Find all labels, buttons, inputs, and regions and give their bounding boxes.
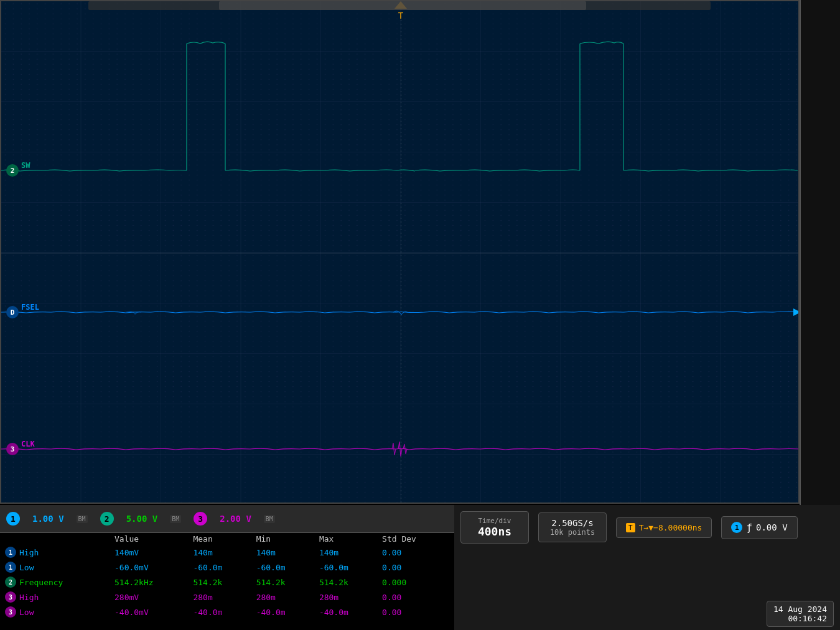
svg-point-17 — [6, 306, 19, 318]
scope-screen: T 2 SW — [0, 0, 800, 504]
channel-scales-bar: 1 1.00 V BM 2 5.00 V BM 3 2.00 V BM — [0, 505, 454, 533]
trigger-level-box[interactable]: 1 ƒ 0.00 V — [721, 516, 797, 539]
col-header-value: Value — [110, 533, 188, 545]
svg-rect-24 — [88, 1, 711, 10]
col-header-min: Min — [251, 533, 314, 545]
meas-value-2: 514.2kHz — [110, 575, 188, 590]
meas-mean-2: 514.2k — [188, 575, 251, 590]
date-value: 14 Aug 2024 — [773, 605, 827, 614]
meas-max-4: -40.0m — [314, 605, 377, 619]
meas-max-1: -60.0m — [314, 560, 377, 575]
trigger-symbol: ƒ — [746, 522, 752, 534]
meas-value-4: -40.0mV — [110, 605, 188, 619]
meas-label-0: 1 High — [0, 545, 110, 560]
meas-max-2: 514.2k — [314, 575, 377, 590]
trigger-offset-value: T→▼−8.00000ns — [639, 523, 702, 532]
meas-value-3: 280mV — [110, 590, 188, 605]
svg-text:CLK: CLK — [21, 440, 35, 448]
meas-min-3: 280m — [251, 590, 314, 605]
meas-min-2: 514.2k — [251, 575, 314, 590]
ch2-bw: BM — [170, 515, 181, 523]
meas-value-0: 140mV — [110, 545, 188, 560]
meas-min-0: 140m — [251, 545, 314, 560]
time-settings: Time/div 400ns 2.50GS/s 10k points T T→▼… — [460, 511, 834, 544]
ch1-badge[interactable]: 1 — [6, 512, 20, 526]
ch2-badge[interactable]: 2 — [100, 512, 114, 526]
col-header-max: Max — [314, 533, 377, 545]
trigger-offset: T T→▼−8.00000ns — [626, 523, 702, 532]
meas-value-1: -60.0mV — [110, 560, 188, 575]
meas-max-0: 140m — [314, 545, 377, 560]
svg-text:T: T — [398, 11, 404, 21]
meas-stddev-0: 0.00 — [377, 545, 448, 560]
meas-stddev-3: 0.00 — [377, 590, 448, 605]
meas-label-2: 2 Frequency — [0, 575, 110, 590]
col-header-mean: Mean — [188, 533, 251, 545]
meas-stddev-4: 0.00 — [377, 605, 448, 619]
meas-min-4: -40.0m — [251, 605, 314, 619]
trigger-ch-badge: 1 — [731, 522, 742, 533]
ch3-bw: BM — [264, 515, 275, 523]
ch1-scale: 1.00 V — [32, 514, 64, 524]
svg-rect-25 — [219, 1, 586, 10]
ch3-badge[interactable]: 3 — [194, 512, 207, 526]
meas-row-1: 1 Low -60.0mV -60.0m -60.0m -60.0m 0.00 — [0, 560, 448, 575]
recordlength-value: 10k points — [548, 528, 597, 537]
trigger-box[interactable]: T T→▼−8.00000ns — [616, 517, 712, 538]
meas-row-0: 1 High 140mV 140m 140m 140m 0.00 — [0, 545, 448, 560]
meas-stddev-1: 0.00 — [377, 560, 448, 575]
ch3-scale: 2.00 V — [220, 514, 251, 524]
meas-mean-4: -40.0m — [188, 605, 251, 619]
timebase-box[interactable]: Time/div 400ns — [460, 511, 529, 544]
meas-label-4: 3 Low — [0, 605, 110, 619]
samplerate-value: 2.50GS/s — [548, 518, 597, 528]
meas-label-1: 1 Low — [0, 560, 110, 575]
svg-point-20 — [6, 443, 19, 455]
samplerate-box: 2.50GS/s 10k points — [538, 512, 607, 542]
timebase-value: 400ns — [470, 525, 519, 538]
grid-overlay: T 2 SW — [1, 1, 798, 503]
measurements-panel: Value Mean Min Max Std Dev 1 High 140mV … — [0, 533, 448, 629]
time-value: 00:16:42 — [773, 614, 827, 623]
svg-text:FSEL: FSEL — [21, 303, 39, 312]
meas-mean-1: -60.0m — [188, 560, 251, 575]
trigger-level: 0.00 V — [756, 522, 788, 532]
meas-row-2: 2 Frequency 514.2kHz 514.2k 514.2k 514.2… — [0, 575, 448, 590]
meas-min-1: -60.0m — [251, 560, 314, 575]
meas-row-3: 3 High 280mV 280m 280m 280m 0.00 — [0, 590, 448, 605]
datetime-display: 14 Aug 2024 00:16:42 — [767, 601, 834, 627]
svg-rect-4 — [1, 1, 798, 503]
meas-label-3: 3 High — [0, 590, 110, 605]
meas-row-4: 3 Low -40.0mV -40.0m -40.0m -40.0m 0.00 — [0, 605, 448, 619]
svg-text:SW: SW — [21, 161, 30, 170]
right-scope-panel — [800, 0, 840, 505]
trigger-offset-icon: T — [626, 523, 635, 532]
svg-text:3: 3 — [11, 445, 15, 453]
col-header-label — [0, 533, 110, 545]
svg-rect-5 — [1, 1, 798, 503]
svg-marker-8 — [394, 1, 407, 9]
ch2-scale: 5.00 V — [126, 514, 158, 524]
meas-mean-3: 280m — [188, 590, 251, 605]
svg-point-14 — [6, 164, 19, 177]
meas-stddev-2: 0.000 — [377, 575, 448, 590]
meas-mean-0: 140m — [188, 545, 251, 560]
svg-marker-23 — [793, 308, 798, 316]
timebase-label: Time/div — [470, 517, 519, 525]
col-header-stddev: Std Dev — [377, 533, 448, 545]
svg-text:D: D — [11, 308, 15, 317]
svg-text:2: 2 — [11, 167, 15, 175]
meas-max-3: 280m — [314, 590, 377, 605]
ch1-bw: BM — [77, 515, 88, 523]
